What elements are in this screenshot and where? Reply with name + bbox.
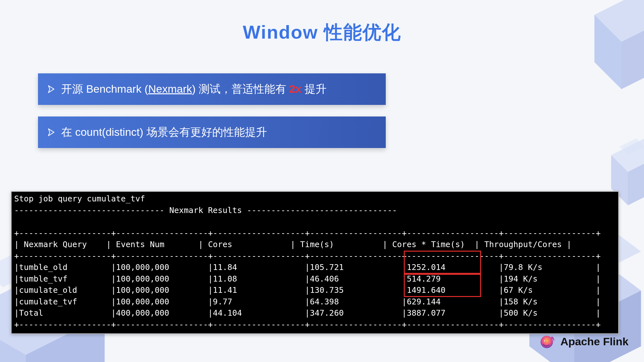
bullet-1: 开源 Benchmark (Nexmark) 测试，普适性能有 2x 提升: [38, 73, 386, 105]
highlight-box-2: [404, 274, 481, 297]
slide-title: Window 性能优化: [0, 0, 644, 45]
chevron-icon: [47, 128, 55, 136]
logo-text: Apache Flink: [560, 335, 629, 348]
highlight-box-1: [404, 251, 481, 274]
flink-squirrel-icon: [538, 332, 556, 350]
bullet-2: 在 count(distinct) 场景会有更好的性能提升: [38, 116, 386, 148]
svg-point-18: [545, 341, 546, 341]
terminal-output: Stop job query cumulate_tvf ------------…: [11, 191, 619, 334]
bullet-1-text: 开源 Benchmark (Nexmark) 测试，普适性能有 2x 提升: [61, 82, 327, 97]
apache-flink-logo: Apache Flink: [538, 332, 629, 350]
chevron-icon: [47, 85, 55, 93]
bullet-2-text: 在 count(distinct) 场景会有更好的性能提升: [61, 125, 267, 140]
nexmark-link[interactable]: Nexmark: [148, 83, 192, 95]
